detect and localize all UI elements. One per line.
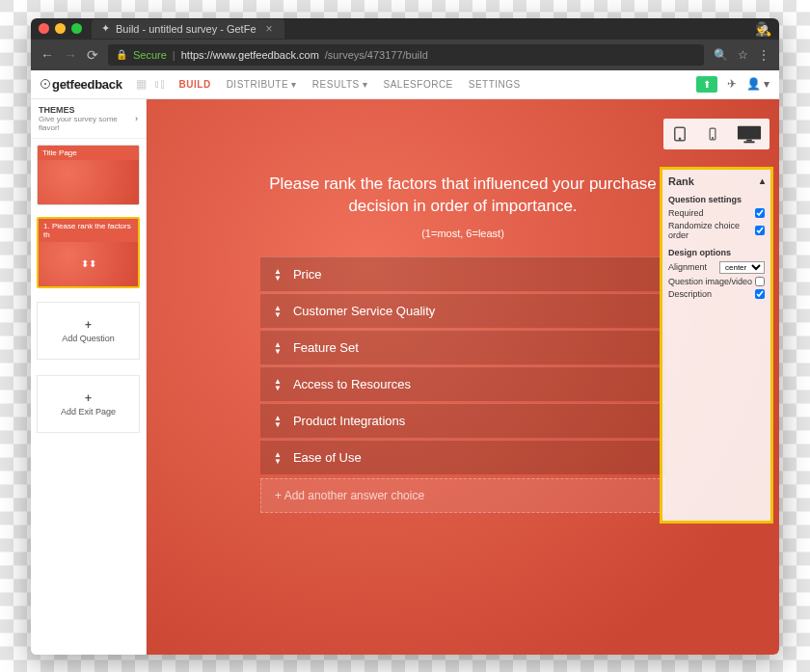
toolbar-right: 🔍 ☆ ⋮ bbox=[714, 48, 770, 62]
chevron-right-icon: › bbox=[135, 114, 138, 123]
required-checkbox[interactable] bbox=[755, 208, 765, 218]
reload-button[interactable]: ⟳ bbox=[87, 47, 98, 63]
thumb-label: 1. Please rank the factors th bbox=[39, 219, 138, 242]
themes-label: THEMES bbox=[39, 105, 135, 115]
option-label: Access to Resources bbox=[293, 377, 411, 391]
device-preview-bar bbox=[663, 119, 770, 149]
alignment-label: Alignment bbox=[668, 262, 719, 272]
forward-button[interactable]: → bbox=[64, 47, 77, 63]
option-label: Ease of Use bbox=[293, 450, 362, 465]
menu-icon[interactable]: ⋮ bbox=[758, 48, 770, 62]
svg-rect-6 bbox=[743, 141, 754, 143]
app-logo[interactable]: getfeedback bbox=[40, 77, 122, 92]
rank-option[interactable]: ▲▼Access to Resources bbox=[260, 366, 665, 401]
rank-option[interactable]: ▲▼Customer Service Quality bbox=[260, 293, 665, 328]
upgrade-button[interactable]: ⬆ bbox=[696, 76, 717, 93]
question-area: Please rank the factors that influenced … bbox=[260, 173, 665, 514]
add-question-label: Add Question bbox=[62, 334, 115, 343]
incognito-icon: 🕵 bbox=[755, 21, 771, 37]
svg-point-1 bbox=[679, 138, 680, 139]
image-video-label: Question image/video bbox=[668, 277, 755, 286]
header-view-icons: ▦ ⫾⫿ bbox=[136, 77, 166, 91]
plus-icon: + bbox=[85, 391, 92, 405]
themes-row[interactable]: THEMES Give your survey some flavor! › bbox=[31, 99, 146, 139]
thumb-label: Title Page bbox=[38, 146, 139, 160]
back-button[interactable]: ← bbox=[40, 47, 54, 63]
header-right: ⬆ ✈ 👤 ▾ bbox=[696, 76, 770, 93]
device-desktop-icon[interactable] bbox=[737, 124, 762, 144]
drag-handle-icon[interactable]: ▲▼ bbox=[274, 378, 282, 391]
traffic-lights bbox=[39, 23, 82, 34]
randomize-label: Randomize choice order bbox=[668, 221, 755, 240]
add-exit-page-button[interactable]: + Add Exit Page bbox=[37, 375, 140, 433]
tab-title: Build - untitled survey - GetFe bbox=[116, 23, 256, 35]
image-video-checkbox[interactable] bbox=[755, 277, 765, 286]
grid-view-icon[interactable]: ▦ bbox=[136, 77, 147, 91]
secure-label: Secure bbox=[133, 49, 167, 61]
tab-settings[interactable]: SETTINGS bbox=[469, 79, 521, 90]
section-design-options: Design options bbox=[668, 248, 765, 257]
drag-handle-icon[interactable]: ▲▼ bbox=[274, 305, 282, 318]
add-question-button[interactable]: + Add Question bbox=[37, 302, 140, 360]
drag-handle-icon[interactable]: ▲▼ bbox=[274, 451, 282, 465]
rank-options: ▲▼Price ▲▼Customer Service Quality ▲▼Fea… bbox=[260, 256, 665, 474]
question-prompt[interactable]: Please rank the factors that influenced … bbox=[260, 173, 665, 219]
panel-title: Rank bbox=[668, 175, 694, 187]
app-body: THEMES Give your survey some flavor! › T… bbox=[31, 99, 779, 655]
header-tabs: BUILD DISTRIBUTE ▾ RESULTS ▾ SALESFORCE … bbox=[179, 79, 521, 90]
description-label: Description bbox=[668, 289, 755, 299]
alignment-select[interactable]: center bbox=[719, 261, 765, 274]
settings-panel: Rank ▴ Question settings Required Random… bbox=[660, 167, 773, 524]
minimize-window-button[interactable] bbox=[55, 23, 66, 34]
option-label: Price bbox=[293, 267, 322, 282]
device-phone-icon[interactable] bbox=[706, 125, 719, 143]
browser-window: ✦ Build - untitled survey - GetFe × 🕵 ← … bbox=[31, 18, 779, 655]
tab-distribute[interactable]: DISTRIBUTE ▾ bbox=[227, 79, 297, 90]
description-checkbox[interactable] bbox=[755, 289, 765, 299]
address-bar[interactable]: 🔒 Secure | https://www.getfeedback.com/s… bbox=[108, 44, 704, 66]
rank-option[interactable]: ▲▼Product Integrations bbox=[260, 403, 665, 438]
themes-sub: Give your survey some flavor! bbox=[39, 115, 135, 132]
randomize-checkbox[interactable] bbox=[755, 226, 765, 235]
add-answer-choice[interactable]: + Add another answer choice bbox=[260, 478, 665, 513]
lock-icon: 🔒 bbox=[116, 49, 127, 60]
option-label: Product Integrations bbox=[293, 414, 405, 428]
send-icon[interactable]: ✈ bbox=[727, 77, 737, 91]
device-tablet-icon[interactable] bbox=[671, 125, 688, 143]
required-label: Required bbox=[668, 208, 755, 218]
close-tab-icon[interactable]: × bbox=[266, 22, 273, 36]
svg-rect-4 bbox=[738, 125, 761, 139]
close-window-button[interactable] bbox=[39, 23, 49, 34]
sidebar: THEMES Give your survey some flavor! › T… bbox=[31, 99, 147, 655]
tab-salesforce[interactable]: SALESFORCE bbox=[384, 79, 453, 90]
option-label: Customer Service Quality bbox=[293, 304, 435, 318]
slide-thumb-question[interactable]: 1. Please rank the factors th ⬍⬍ bbox=[37, 217, 140, 288]
logo-text: getfeedback bbox=[52, 77, 122, 92]
star-icon[interactable]: ☆ bbox=[738, 48, 748, 62]
rank-option[interactable]: ▲▼Ease of Use bbox=[260, 440, 665, 474]
builder-canvas[interactable]: Please rank the factors that influenced … bbox=[147, 99, 779, 655]
plus-icon: + bbox=[85, 318, 92, 332]
drag-handle-icon[interactable]: ▲▼ bbox=[274, 341, 282, 355]
search-icon[interactable]: 🔍 bbox=[714, 48, 728, 62]
collapse-panel-icon[interactable]: ▴ bbox=[760, 175, 765, 187]
stats-icon[interactable]: ⫾⫿ bbox=[154, 77, 166, 91]
drag-handle-icon[interactable]: ▲▼ bbox=[274, 268, 282, 282]
question-hint[interactable]: (1=most, 6=least) bbox=[260, 228, 665, 239]
app-header: getfeedback ▦ ⫾⫿ BUILD DISTRIBUTE ▾ RESU… bbox=[31, 70, 779, 99]
tab-results[interactable]: RESULTS ▾ bbox=[312, 79, 368, 90]
rank-option[interactable]: ▲▼Price bbox=[260, 256, 665, 291]
logo-icon bbox=[40, 79, 50, 89]
browser-toolbar: ← → ⟳ 🔒 Secure | https://www.getfeedback… bbox=[31, 40, 779, 70]
rank-option[interactable]: ▲▼Feature Set bbox=[260, 330, 665, 364]
chevron-down-icon: ▾ bbox=[363, 79, 368, 90]
maximize-window-button[interactable] bbox=[71, 23, 82, 34]
user-menu[interactable]: 👤 ▾ bbox=[746, 77, 770, 91]
browser-tab[interactable]: ✦ Build - untitled survey - GetFe × bbox=[92, 19, 284, 39]
slide-thumb-title[interactable]: Title Page bbox=[37, 145, 140, 205]
url-path: /surveys/473177/build bbox=[325, 49, 428, 61]
chevron-down-icon: ▾ bbox=[291, 79, 297, 90]
tab-build[interactable]: BUILD bbox=[179, 79, 211, 90]
drag-handle-icon[interactable]: ▲▼ bbox=[274, 415, 282, 428]
window-titlebar: ✦ Build - untitled survey - GetFe × 🕵 bbox=[31, 18, 779, 40]
